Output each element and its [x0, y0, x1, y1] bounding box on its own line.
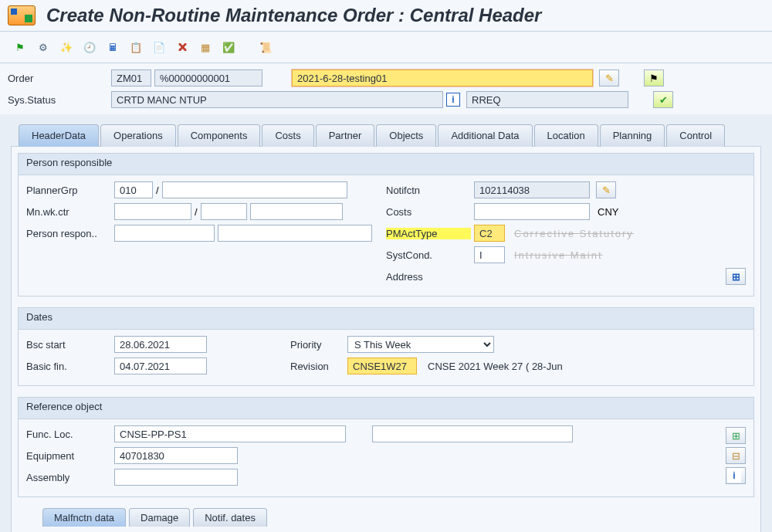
systcond-desc: Intrusive Maint: [514, 249, 603, 261]
subtab-malfnctn-data[interactable]: Malfnctn data: [42, 508, 126, 527]
person-respon-input[interactable]: [114, 225, 215, 242]
wizard-icon[interactable]: ✨: [57, 38, 76, 56]
pmacttype-label: PMActType: [386, 228, 471, 239]
person-respon-name-input[interactable]: [218, 225, 372, 242]
calculate-icon[interactable]: 🖩: [103, 38, 122, 56]
func-loc-desc-input[interactable]: [372, 425, 573, 442]
tab-partner[interactable]: Partner: [316, 124, 375, 147]
tab-operations[interactable]: Operations: [100, 124, 176, 147]
structure-info-icon[interactable]: i: [726, 467, 746, 484]
mnwkctr-input[interactable]: [114, 203, 191, 220]
revision-input[interactable]: [347, 357, 417, 374]
notifctn-input[interactable]: [474, 181, 590, 198]
order-search-icon[interactable]: ✎: [599, 69, 619, 86]
address-label: Address: [386, 271, 471, 283]
tab-headerdata[interactable]: HeaderData: [19, 124, 99, 147]
header-data-panel: Person responsible PlannerGrp / Mn.wk.ct…: [11, 146, 761, 532]
equipment-input[interactable]: [114, 447, 238, 464]
person-responsible-group: Person responsible PlannerGrp / Mn.wk.ct…: [18, 153, 754, 296]
order-number-input[interactable]: [154, 69, 262, 86]
main-tabs: HeaderData Operations Components Costs P…: [19, 124, 772, 146]
sys-status2-input: [466, 91, 628, 108]
bsc-start-label: Bsc start: [26, 339, 111, 351]
person-responsible-title: Person responsible: [19, 154, 753, 175]
revision-desc: CNSE 2021 Week 27 ( 28-Jun: [428, 361, 563, 372]
notifctn-edit-icon[interactable]: ✎: [596, 181, 616, 198]
dates-title: Dates: [19, 308, 753, 330]
plannergrp-desc-input[interactable]: [162, 181, 347, 198]
basic-fin-label: Basic fin.: [26, 361, 111, 372]
equipment-label: Equipment: [26, 450, 111, 462]
pmacttype-input[interactable]: [474, 225, 505, 242]
assembly-input[interactable]: [114, 469, 238, 486]
systcond-input[interactable]: [474, 246, 505, 263]
flag-yellow-icon[interactable]: ⚑: [644, 69, 664, 86]
sub-tabs: Malfnctn data Damage Notif. dates: [42, 508, 760, 527]
cancel-doc-icon[interactable]: 🗙: [173, 38, 191, 56]
address-expand-icon[interactable]: ⊞: [726, 268, 746, 285]
reference-object-title: Reference object: [19, 398, 753, 419]
plannergrp-input[interactable]: [114, 181, 153, 198]
subtab-damage[interactable]: Damage: [129, 508, 190, 527]
services-icon[interactable]: 📜: [256, 38, 275, 56]
info-icon[interactable]: i: [446, 93, 460, 107]
order-description-input[interactable]: [292, 69, 593, 86]
notifctn-label: Notifctn: [386, 185, 471, 196]
dates-group: Dates Bsc start Priority S This Week Bas…: [18, 307, 754, 386]
sys-status-label: Sys.Status: [8, 94, 108, 106]
mnwkctr-label: Mn.wk.ctr: [26, 206, 111, 218]
func-loc-label: Func. Loc.: [26, 429, 111, 440]
person-respon-label: Person respon..: [26, 228, 111, 239]
order-label: Order: [8, 73, 108, 84]
assembly-label: Assembly: [26, 472, 111, 483]
plannergrp-sep: /: [156, 185, 159, 196]
tab-control[interactable]: Control: [666, 124, 725, 147]
tab-objects[interactable]: Objects: [376, 124, 436, 147]
plannergrp-label: PlannerGrp: [26, 185, 111, 196]
systcond-label: SystCond.: [386, 249, 471, 261]
clipboard-icon[interactable]: 📋: [127, 38, 145, 56]
approve-icon[interactable]: ✅: [219, 38, 238, 56]
reference-object-group: Reference object Func. Loc. Equipment As…: [18, 397, 754, 497]
mnwkctr-desc-input[interactable]: [250, 203, 343, 220]
document-icon[interactable]: 📄: [150, 38, 168, 56]
page-title: Create Non-Routine Maintenance Order : C…: [46, 5, 541, 26]
priority-select[interactable]: S This Week: [347, 336, 494, 353]
costs-input[interactable]: [474, 203, 590, 220]
mnwkctr-sep: /: [195, 206, 198, 218]
tab-location[interactable]: Location: [534, 124, 598, 147]
tab-planning[interactable]: Planning: [600, 124, 665, 147]
pmacttype-desc: Corrective Statutory: [514, 228, 634, 239]
priority-label: Priority: [290, 339, 344, 351]
app-toolbar: ⚑ ⚙ ✨ 🕘 🖩 📋 📄 🗙 ▦ ✅ 📜: [0, 32, 772, 63]
sys-status-input: [111, 91, 443, 108]
currency-label: CNY: [598, 206, 618, 218]
title-bar: Create Non-Routine Maintenance Order : C…: [0, 0, 772, 32]
flag-green-icon[interactable]: ✔: [653, 91, 673, 108]
mnwkctr-plant-input[interactable]: [201, 203, 247, 220]
bsc-start-input[interactable]: [114, 336, 207, 353]
settings-icon[interactable]: ⚙: [34, 38, 52, 56]
costs-label: Costs: [386, 206, 471, 218]
order-type-input[interactable]: [111, 69, 151, 86]
func-loc-input[interactable]: [114, 425, 346, 442]
structure-tree-icon[interactable]: ⊞: [726, 427, 746, 444]
tab-components[interactable]: Components: [178, 124, 261, 147]
tab-costs[interactable]: Costs: [262, 124, 313, 147]
header-fields: Order ✎ ⚑ Sys.Status i ✔: [0, 63, 772, 114]
table-icon[interactable]: ▦: [196, 38, 215, 56]
release-icon[interactable]: ⚑: [11, 38, 29, 56]
basic-fin-input[interactable]: [114, 357, 207, 374]
app-icon: [8, 5, 36, 25]
revision-label: Revision: [290, 361, 344, 372]
structure-list-icon[interactable]: ⊟: [726, 447, 746, 464]
schedule-icon[interactable]: 🕘: [80, 38, 99, 56]
tab-additional-data[interactable]: Additional Data: [438, 124, 532, 147]
subtab-notif-dates[interactable]: Notif. dates: [193, 508, 267, 527]
